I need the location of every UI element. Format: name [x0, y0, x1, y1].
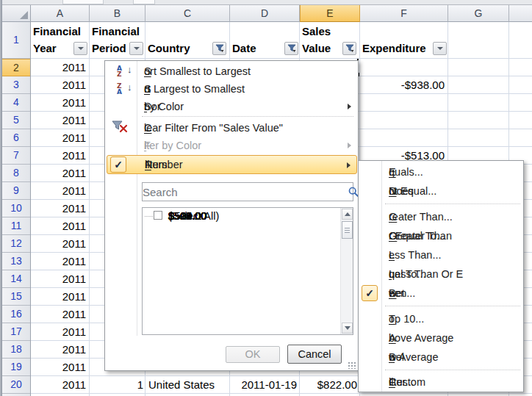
list-scrollbar[interactable]: [340, 208, 353, 334]
submenu-item-less-than[interactable]: Less Than...: [359, 245, 522, 264]
submenu-item-above-average[interactable]: Above Average: [359, 328, 522, 348]
column-header-g[interactable]: G: [448, 5, 509, 22]
submenu-item-less-than-or-equal[interactable]: Less Than Or Equal To...: [359, 264, 522, 284]
cell-financial-year[interactable]: 2011: [31, 376, 86, 394]
submenu-item-does-not-equal[interactable]: Does Not Equal...: [359, 181, 522, 201]
cell-financial-year[interactable]: 2011: [31, 270, 86, 288]
cell-expenditure[interactable]: [360, 112, 445, 129]
filter-funnel-button-country[interactable]: [212, 42, 226, 55]
cell-financial-year[interactable]: 2011: [31, 165, 86, 182]
checkmark-icon: [362, 285, 378, 301]
cell-financial-year[interactable]: 2011: [31, 200, 86, 217]
menu-item-sort-largest-to-smallest[interactable]: ZA↓ Sort Largest to Smallest: [106, 80, 357, 98]
excel-worksheet: A B C D E F G 1 234567891011121314151617…: [0, 0, 532, 396]
cell-financial-year[interactable]: 2011: [31, 112, 86, 129]
row-header[interactable]: 20: [2, 376, 30, 394]
cell-financial-year[interactable]: 2011: [31, 94, 86, 112]
row-header[interactable]: 5: [2, 112, 30, 129]
filter-dropdown-button-financial-year[interactable]: [73, 42, 87, 55]
submenu-item-greater-than-or-equal[interactable]: Greater Than Or Equal To...: [359, 226, 522, 245]
column-header-e-selected[interactable]: E: [300, 5, 360, 22]
clear-filter-icon: [112, 120, 138, 135]
cell-financial-year[interactable]: 2011: [31, 129, 86, 147]
cell-expenditure[interactable]: [360, 94, 445, 112]
cell-financial-year[interactable]: 2011: [31, 76, 86, 94]
cell-financial-year[interactable]: 2011: [31, 217, 86, 235]
cell-financial-year[interactable]: 2011: [31, 359, 86, 376]
scroll-down-button[interactable]: [342, 323, 353, 334]
filter-dropdown-button-expenditure[interactable]: [433, 42, 447, 55]
submenu-item-equals[interactable]: Equals...: [359, 162, 522, 181]
filter-values-list: (Select All) $501.00 $502.00 $503.00 $50…: [142, 207, 353, 335]
cell-country[interactable]: United States: [148, 376, 215, 394]
row-header[interactable]: 16: [2, 306, 30, 323]
column-header-d[interactable]: D: [230, 5, 300, 22]
submenu-item-below-average[interactable]: Below Average: [359, 348, 522, 367]
cell-financial-year[interactable]: 2011: [31, 253, 86, 270]
menu-item-filter-by-color: Filter by Color: [106, 137, 357, 154]
submenu-item-greater-than[interactable]: Greater Than...: [359, 207, 522, 226]
menu-item-number-filters[interactable]: Number Filters: [107, 155, 357, 174]
column-header-partial[interactable]: [509, 5, 532, 22]
cell-date[interactable]: 2011-01-19: [230, 376, 297, 394]
header-date: Date: [232, 41, 256, 56]
cell-financial-period[interactable]: 1: [90, 376, 143, 394]
funnel-icon: [287, 44, 296, 53]
cell-expenditure[interactable]: [360, 129, 445, 147]
cell-financial-year[interactable]: 2011: [31, 182, 86, 200]
checkmark-icon: [110, 156, 126, 173]
row-header[interactable]: 14: [2, 270, 30, 288]
submenu-item-custom-filter[interactable]: Custom Filter...: [359, 372, 522, 392]
cell-financial-year[interactable]: 2011: [31, 306, 86, 323]
submenu-item-top-10[interactable]: Top 10...: [359, 309, 522, 328]
row-header[interactable]: 19: [2, 359, 30, 376]
resize-grip[interactable]: [348, 361, 356, 369]
header-sales-value-line1: Sales: [302, 24, 331, 39]
filter-funnel-button-date[interactable]: [284, 42, 298, 55]
cell-financial-year[interactable]: 2011: [31, 147, 86, 165]
cell-sales-value[interactable]: $822.00: [300, 376, 357, 394]
cell-financial-year[interactable]: 2011: [31, 59, 86, 76]
submenu-item-between[interactable]: Between...: [359, 284, 522, 303]
checkbox-unchecked-icon[interactable]: [154, 211, 162, 220]
row-header[interactable]: 13: [2, 253, 30, 270]
menu-item-clear-filter[interactable]: Clear Filter From "Sales Value": [106, 119, 357, 137]
cancel-button[interactable]: Cancel: [287, 345, 342, 364]
search-input[interactable]: [143, 183, 353, 201]
filter-funnel-button-sales-value[interactable]: [342, 42, 356, 55]
row-header[interactable]: 12: [2, 235, 30, 253]
row-header[interactable]: 7: [2, 147, 30, 165]
cell-financial-year[interactable]: 2011: [31, 323, 86, 341]
cell-financial-year[interactable]: 2011: [31, 341, 86, 359]
menu-item-sort-by-color[interactable]: Sort by Color: [106, 98, 357, 115]
cell-expenditure[interactable]: [360, 59, 445, 76]
funnel-icon: [345, 44, 354, 53]
row-header[interactable]: 3: [2, 76, 30, 94]
scrollbar-thumb[interactable]: [342, 221, 353, 239]
row-header[interactable]: 17: [2, 323, 30, 341]
row-header[interactable]: 10: [2, 200, 30, 217]
column-header-b[interactable]: B: [90, 5, 145, 22]
row-header[interactable]: 2: [2, 59, 30, 76]
row-header[interactable]: 9: [2, 182, 30, 200]
row-header[interactable]: 11: [2, 217, 30, 235]
menu-item-sort-smallest-to-largest[interactable]: AZ↓ Sort Smallest to Largest: [106, 62, 357, 80]
row-header[interactable]: 18: [2, 341, 30, 359]
row-header[interactable]: 6: [2, 129, 30, 147]
cell-expenditure[interactable]: -$938.00: [360, 76, 445, 94]
row-header[interactable]: 15: [2, 288, 30, 306]
header-financial-year-line2: Year: [33, 41, 57, 56]
row-header[interactable]: 8: [2, 165, 30, 182]
formula-bar-sliver: [2, 0, 532, 5]
header-expenditure: Expenditure: [362, 41, 426, 56]
scroll-up-button[interactable]: [342, 209, 353, 220]
filter-dropdown-button-financial-period[interactable]: [129, 42, 143, 55]
cell-financial-year[interactable]: 2011: [31, 235, 86, 253]
row-header-1[interactable]: 1: [2, 22, 30, 59]
column-header-c[interactable]: C: [145, 5, 230, 22]
cell-financial-year[interactable]: 2011: [31, 288, 86, 306]
column-header-a[interactable]: A: [31, 5, 90, 22]
select-all-corner[interactable]: [2, 5, 31, 22]
column-header-f[interactable]: F: [360, 5, 448, 22]
row-header[interactable]: 4: [2, 94, 30, 112]
